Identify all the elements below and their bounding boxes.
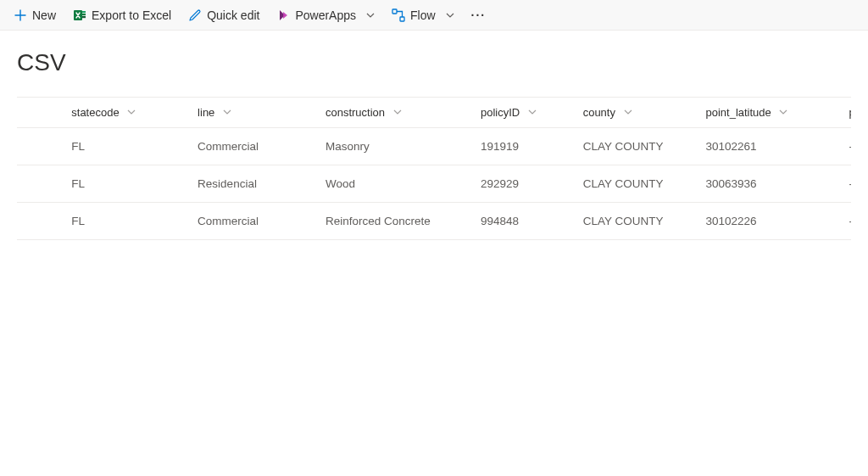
table-row[interactable]: FL Commercial Masonry 191919 CLAY COUNTY… <box>17 128 851 165</box>
new-button-label: New <box>32 8 56 22</box>
quick-edit-button[interactable]: Quick edit <box>180 0 268 30</box>
svg-rect-3 <box>82 16 86 18</box>
chevron-down-icon <box>624 108 632 116</box>
row-selector-cell[interactable] <box>17 203 61 240</box>
cell-construction: Masonry <box>315 128 470 165</box>
more-icon: ··· <box>471 8 487 22</box>
cell-county: CLAY COUNTY <box>573 165 696 203</box>
command-bar: New Export to Excel Quick edit <box>0 0 868 31</box>
column-header-construction[interactable]: construction <box>315 98 470 128</box>
cell-statecode: FL <box>61 203 187 240</box>
column-header-label: line <box>198 106 214 119</box>
flow-label: Flow <box>410 8 436 22</box>
powerapps-label: PowerApps <box>295 8 356 22</box>
data-table: statecode line construction policyID <box>17 97 851 240</box>
cell-line: Commercial <box>187 203 315 240</box>
column-header-line[interactable]: line <box>187 98 315 128</box>
excel-icon <box>73 8 86 22</box>
cell-latitude: 30063936 <box>695 165 838 203</box>
column-header-label: point_lon <box>849 106 851 119</box>
plus-icon <box>14 8 27 22</box>
chevron-down-icon <box>779 108 787 116</box>
overflow-menu-button[interactable]: ··· <box>463 0 495 30</box>
chevron-down-icon <box>393 108 402 116</box>
svg-rect-1 <box>82 11 86 13</box>
cell-longitude: -8171177 <box>838 128 851 165</box>
column-header-label: statecode <box>71 106 119 119</box>
cell-longitude: -8170766 <box>838 165 851 203</box>
svg-rect-5 <box>400 17 404 21</box>
page-content: CSV statecode <box>0 31 868 240</box>
export-excel-label: Export to Excel <box>92 8 171 22</box>
table-row[interactable]: FL Commercial Reinforced Concrete 994848… <box>17 203 851 240</box>
cell-construction: Wood <box>315 165 470 203</box>
powerapps-icon <box>276 8 290 22</box>
export-excel-button[interactable]: Export to Excel <box>64 0 180 30</box>
powerapps-button[interactable]: PowerApps <box>268 0 383 30</box>
column-header-statecode[interactable]: statecode <box>61 98 187 128</box>
cell-county: CLAY COUNTY <box>573 128 696 165</box>
pencil-icon <box>188 8 202 22</box>
cell-policyid: 994848 <box>470 203 573 240</box>
cell-construction: Reinforced Concrete <box>315 203 470 240</box>
cell-longitude: -8181388 <box>838 203 851 240</box>
flow-button[interactable]: Flow <box>383 0 463 30</box>
chevron-down-icon <box>127 108 136 116</box>
cell-line: Residencial <box>187 165 315 203</box>
column-header-policyid[interactable]: policyID <box>470 98 573 128</box>
cell-county: CLAY COUNTY <box>573 203 696 240</box>
row-selector-cell[interactable] <box>17 165 61 203</box>
new-button[interactable]: New <box>5 0 64 30</box>
row-selector-cell[interactable] <box>17 128 61 165</box>
cell-line: Commercial <box>187 128 315 165</box>
flow-icon <box>392 8 405 22</box>
list-view: statecode line construction policyID <box>17 97 851 240</box>
column-header-label: policyID <box>481 106 520 119</box>
cell-statecode: FL <box>61 165 187 203</box>
column-header-label: point_latitude <box>705 106 771 119</box>
column-header-county[interactable]: county <box>573 98 696 128</box>
column-header-label: county <box>583 106 615 119</box>
svg-rect-4 <box>392 9 397 14</box>
column-header-point-latitude[interactable]: point_latitude <box>695 98 838 128</box>
chevron-down-icon <box>528 108 537 116</box>
chevron-down-icon <box>366 11 375 20</box>
table-header-row: statecode line construction policyID <box>17 98 851 128</box>
cell-latitude: 30102261 <box>695 128 838 165</box>
svg-rect-2 <box>82 14 86 15</box>
cell-latitude: 30102226 <box>695 203 838 240</box>
cell-policyid: 292929 <box>470 165 573 203</box>
column-header-label: construction <box>326 106 385 119</box>
table-row[interactable]: FL Residencial Wood 292929 CLAY COUNTY 3… <box>17 165 851 203</box>
cell-policyid: 191919 <box>470 128 573 165</box>
column-header-point-longitude[interactable]: point_lon <box>838 98 851 128</box>
page-title: CSV <box>17 49 851 76</box>
cell-statecode: FL <box>61 128 187 165</box>
row-selector-header[interactable] <box>17 98 61 128</box>
chevron-down-icon <box>446 11 454 20</box>
chevron-down-icon <box>223 108 231 116</box>
quick-edit-label: Quick edit <box>207 8 259 22</box>
